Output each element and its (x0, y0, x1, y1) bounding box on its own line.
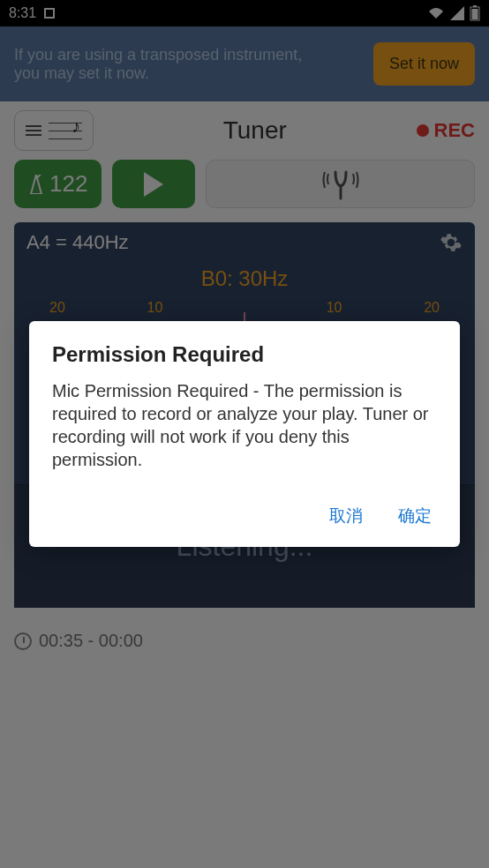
dialog-body: Mic Permission Required - The permission… (52, 379, 437, 471)
modal-overlay: Permission Required Mic Permission Requi… (0, 0, 489, 868)
permission-dialog: Permission Required Mic Permission Requi… (29, 321, 460, 547)
cancel-button[interactable]: 取消 (324, 496, 368, 536)
dialog-title: Permission Required (52, 342, 437, 367)
ok-button[interactable]: 确定 (393, 496, 437, 536)
